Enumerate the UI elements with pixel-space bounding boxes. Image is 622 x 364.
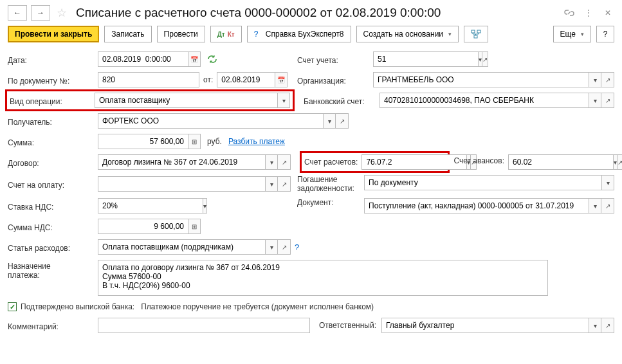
dropdown-icon[interactable]: ▾ bbox=[589, 93, 601, 108]
dropdown-icon[interactable]: ▾ bbox=[323, 113, 336, 129]
open-icon[interactable]: ↗ bbox=[601, 72, 614, 87]
post-button[interactable]: Провести bbox=[157, 26, 205, 42]
dropdown-icon[interactable]: ▾ bbox=[589, 198, 601, 214]
open-icon[interactable]: ↗ bbox=[617, 154, 622, 170]
dt-kt-button[interactable]: ДтКт bbox=[210, 26, 242, 42]
vatsum-label: Сумма НДС: bbox=[8, 221, 98, 232]
dropdown-icon[interactable]: ▾ bbox=[277, 93, 290, 108]
dropdown-icon[interactable]: ▾ bbox=[613, 154, 617, 170]
org-label: Организация: bbox=[297, 75, 373, 86]
account-input[interactable] bbox=[373, 51, 478, 67]
open-icon[interactable]: ↗ bbox=[601, 93, 614, 108]
dropdown-icon[interactable]: ▾ bbox=[203, 198, 207, 214]
dropdown-icon[interactable]: ▾ bbox=[589, 72, 601, 87]
more-button[interactable]: Еще bbox=[553, 26, 591, 42]
link-icon[interactable] bbox=[563, 6, 576, 19]
comment-label: Комментарий: bbox=[8, 320, 98, 331]
docdate-input[interactable] bbox=[217, 72, 275, 87]
date-input[interactable] bbox=[98, 51, 188, 67]
svg-rect-2 bbox=[474, 35, 477, 38]
more-icon[interactable]: ⋮ bbox=[582, 6, 595, 19]
page-title: Списание с расчетного счета 0000-000002 … bbox=[76, 6, 559, 20]
bank-label: Банковский счет: bbox=[304, 95, 380, 106]
nav-back-button[interactable]: ← bbox=[8, 5, 27, 21]
calculator-icon[interactable]: ⊞ bbox=[188, 134, 201, 149]
dropdown-icon[interactable]: ▾ bbox=[601, 175, 614, 190]
vatrate-input[interactable] bbox=[98, 198, 203, 214]
confirmed-label: Подтверждено выпиской банка: bbox=[21, 302, 134, 311]
help-icon-button[interactable]: ? bbox=[596, 26, 614, 42]
open-icon[interactable]: ↗ bbox=[482, 51, 488, 67]
bank-input[interactable] bbox=[380, 93, 589, 108]
expense-input[interactable] bbox=[98, 239, 265, 255]
close-icon[interactable]: ✕ bbox=[601, 6, 614, 19]
document-label: Документ: bbox=[297, 198, 364, 214]
from-label: от: bbox=[203, 75, 213, 84]
open-icon[interactable]: ↗ bbox=[336, 113, 349, 129]
help-icon[interactable]: ? bbox=[295, 242, 299, 252]
nav-forward-button[interactable]: → bbox=[31, 5, 50, 21]
calendar-icon[interactable]: 📅 bbox=[188, 51, 201, 67]
open-icon[interactable]: ↗ bbox=[278, 239, 291, 255]
open-icon[interactable]: ↗ bbox=[601, 198, 614, 214]
document-input[interactable] bbox=[364, 198, 589, 214]
debt-label: Погашениезадолженности: bbox=[297, 175, 364, 193]
settle-label: Счет расчетов: bbox=[304, 158, 358, 167]
responsible-input[interactable] bbox=[381, 318, 589, 333]
refresh-icon[interactable] bbox=[205, 51, 220, 67]
vatrate-label: Ставка НДС: bbox=[8, 201, 98, 212]
open-icon[interactable]: ↗ bbox=[278, 154, 291, 170]
create-on-basis-button[interactable]: Создать на основании bbox=[356, 26, 459, 42]
amount-input[interactable] bbox=[98, 134, 188, 149]
structure-button[interactable] bbox=[464, 26, 488, 42]
currency-label: руб. bbox=[207, 137, 222, 146]
responsible-label: Ответственный: bbox=[319, 321, 376, 330]
advance-label: Счет авансов: bbox=[453, 156, 504, 165]
purpose-label: Назначениеплатежа: bbox=[8, 260, 98, 280]
help-button[interactable]: ? Справка БухЭксперт8 bbox=[247, 26, 351, 42]
invoice-label: Счет на оплату: bbox=[8, 179, 98, 190]
vatsum-input[interactable] bbox=[98, 219, 188, 234]
recipient-input[interactable] bbox=[98, 113, 323, 129]
open-icon[interactable]: ↗ bbox=[278, 176, 291, 192]
optype-label: Вид операции: bbox=[10, 95, 95, 106]
invoice-input[interactable] bbox=[98, 176, 265, 192]
amount-label: Сумма: bbox=[8, 136, 98, 147]
dropdown-icon[interactable]: ▾ bbox=[265, 176, 278, 192]
account-label: Счет учета: bbox=[297, 54, 373, 65]
debt-input[interactable] bbox=[364, 175, 601, 190]
settle-input[interactable] bbox=[361, 154, 466, 170]
post-and-close-button[interactable]: Провести и закрыть bbox=[8, 26, 99, 42]
optype-input[interactable] bbox=[95, 93, 277, 108]
comment-input[interactable] bbox=[98, 318, 310, 333]
svg-rect-1 bbox=[477, 30, 480, 33]
advance-input[interactable] bbox=[508, 154, 613, 170]
docno-input[interactable] bbox=[98, 72, 199, 87]
expense-label: Статья расходов: bbox=[8, 242, 98, 253]
dropdown-icon[interactable]: ▾ bbox=[265, 239, 278, 255]
svg-rect-0 bbox=[471, 30, 475, 33]
save-button[interactable]: Записать bbox=[104, 26, 151, 42]
payorder-text: Платежное поручение не требуется (докуме… bbox=[141, 302, 374, 311]
date-label: Дата: bbox=[8, 54, 98, 65]
split-payment-link[interactable]: Разбить платеж bbox=[228, 137, 285, 146]
dropdown-icon[interactable]: ▾ bbox=[589, 318, 601, 333]
bank-confirmed-checkbox[interactable]: ✓ bbox=[8, 302, 17, 311]
docno-label: По документу №: bbox=[8, 75, 98, 86]
calendar-icon[interactable]: 📅 bbox=[275, 72, 288, 87]
contract-input[interactable] bbox=[98, 154, 265, 170]
dropdown-icon[interactable]: ▾ bbox=[265, 154, 278, 170]
org-input[interactable] bbox=[373, 72, 589, 87]
contract-label: Договор: bbox=[8, 157, 98, 168]
purpose-textarea[interactable] bbox=[98, 260, 548, 296]
calculator-icon[interactable]: ⊞ bbox=[188, 219, 201, 234]
favorite-icon[interactable]: ☆ bbox=[54, 5, 69, 21]
open-icon[interactable]: ↗ bbox=[601, 318, 614, 333]
dropdown-icon[interactable]: ▾ bbox=[478, 51, 482, 67]
recipient-label: Получатель: bbox=[8, 116, 98, 127]
